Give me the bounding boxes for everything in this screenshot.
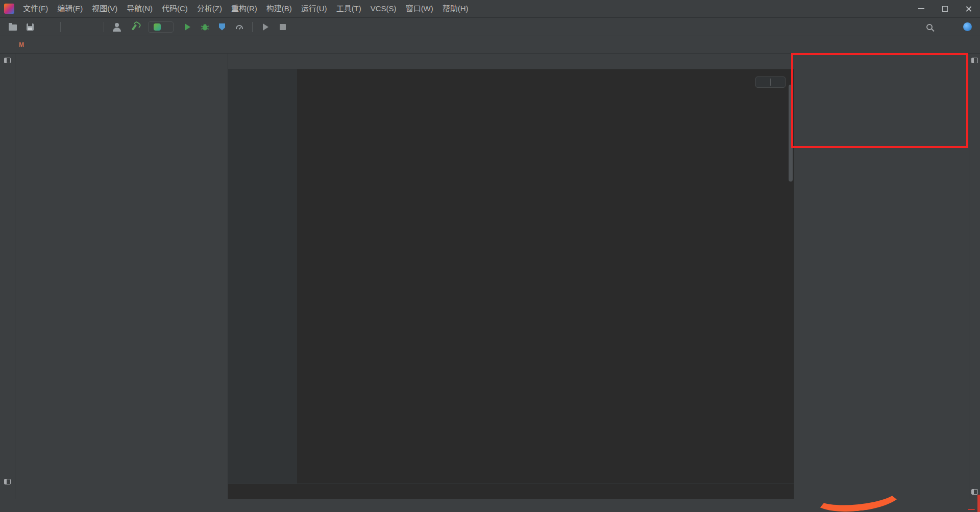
run-disabled-button[interactable]: [259, 20, 272, 34]
status-bar: [0, 499, 980, 512]
profiler-gauge-icon: [236, 25, 243, 29]
search-icon: [926, 24, 933, 30]
profiler-button[interactable]: [233, 20, 246, 34]
forward-button[interactable]: [84, 20, 97, 34]
menu-item[interactable]: 分析(Z): [192, 0, 227, 17]
wrench-icon: [132, 24, 137, 31]
right-tool-stripe: [969, 54, 980, 499]
menu-bar: 文件(F)编辑(E)视图(V)导航(N)代码(C)分析(Z)重构(R)构建(B)…: [18, 0, 473, 17]
project-tree: [15, 69, 228, 499]
navigation-bar: [0, 36, 980, 54]
watermark: [964, 509, 975, 510]
close-icon: [965, 6, 972, 12]
menu-item[interactable]: 导航(N): [122, 0, 157, 17]
menu-item[interactable]: 运行(U): [297, 0, 332, 17]
open-folder-icon: [9, 24, 17, 31]
coverage-shield-icon: [219, 23, 225, 31]
window-controls: [910, 0, 980, 17]
run-button[interactable]: [181, 20, 194, 34]
save-icon: [27, 23, 34, 31]
menu-item[interactable]: 帮助(H): [438, 0, 473, 17]
menu-item[interactable]: 文件(F): [18, 0, 53, 17]
menu-item[interactable]: 视图(V): [87, 0, 122, 17]
menu-item[interactable]: 重构(R): [227, 0, 262, 17]
toolbar-right-group: [924, 20, 974, 34]
left-stripe-bottom: [4, 479, 11, 495]
toolbar-separator: [60, 22, 61, 32]
tool-window-icon[interactable]: [4, 479, 11, 484]
project-tool-icon[interactable]: [4, 58, 11, 63]
maven-tool-window: [794, 54, 969, 499]
settings-button[interactable]: [942, 20, 955, 34]
maven-projects-tree: [794, 85, 969, 88]
title-bar: 文件(F)编辑(E)视图(V)导航(N)代码(C)分析(Z)重构(R)构建(B)…: [0, 0, 980, 18]
menu-item[interactable]: 构建(B): [262, 0, 297, 17]
menu-item[interactable]: 窗口(W): [401, 0, 438, 17]
inspection-widget[interactable]: [755, 76, 786, 88]
project-structure-button[interactable]: [128, 20, 141, 34]
right-stripe-bottom: [971, 489, 978, 495]
watermark-red-bar: [977, 495, 980, 512]
intellij-logo-icon: [4, 4, 14, 14]
toolbar-separator: [252, 22, 253, 32]
search-everywhere-button[interactable]: [924, 20, 937, 34]
project-panel-header: [15, 54, 228, 69]
open-button[interactable]: [6, 20, 19, 34]
toolbar-separator: [104, 22, 104, 32]
menu-item[interactable]: 编辑(E): [53, 0, 87, 17]
code-editor[interactable]: [228, 69, 794, 483]
ide-update-button[interactable]: [961, 20, 974, 34]
stop-icon: [280, 24, 286, 30]
back-button[interactable]: [67, 20, 80, 34]
minimize-button[interactable]: [910, 0, 933, 17]
sync-button[interactable]: [41, 20, 54, 34]
project-tool-window: [15, 54, 228, 499]
menu-item[interactable]: 工具(T): [332, 0, 366, 17]
notifications-icon[interactable]: [971, 489, 978, 495]
xml-breadcrumbs-bar: [228, 483, 794, 499]
maven-panel-header: [794, 54, 969, 69]
run-icon: [185, 23, 190, 31]
menu-item[interactable]: 代码(C): [157, 0, 192, 17]
debug-bug-icon: [201, 23, 209, 31]
minimize-icon: [918, 8, 924, 9]
editor-tabs: [228, 54, 794, 69]
update-dot-icon: [963, 22, 972, 31]
coverage-button[interactable]: [215, 20, 229, 34]
inspection-separator: [770, 79, 771, 86]
main-area: [0, 54, 980, 499]
main-toolbar: [0, 18, 980, 36]
save-all-button[interactable]: [23, 20, 37, 34]
left-tool-stripe: [0, 54, 15, 499]
run-configuration-select[interactable]: [148, 21, 174, 33]
ide-window: 文件(F)编辑(E)视图(V)导航(N)代码(C)分析(Z)重构(R)构建(B)…: [0, 0, 980, 512]
close-button[interactable]: [957, 0, 980, 17]
profile-button[interactable]: [110, 20, 124, 34]
watermark-handle: [968, 509, 975, 510]
maven-toolbar: [794, 69, 969, 85]
debug-button[interactable]: [198, 20, 211, 34]
springboot-test-icon: [154, 23, 161, 31]
maven-file-icon: [17, 41, 26, 48]
editor-scrollbar[interactable]: [789, 85, 793, 182]
editor-column: [228, 54, 794, 499]
maximize-button[interactable]: [933, 0, 957, 17]
stop-button[interactable]: [276, 20, 289, 34]
user-icon: [115, 23, 119, 27]
run-gray-icon: [263, 23, 268, 31]
tool-window-icon[interactable]: [971, 58, 978, 63]
menu-item[interactable]: VCS(S): [366, 0, 401, 17]
maximize-icon: [942, 6, 948, 12]
